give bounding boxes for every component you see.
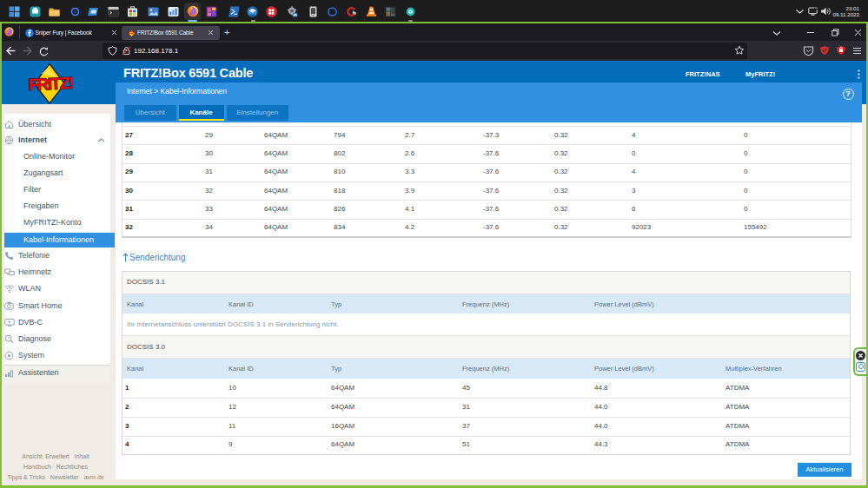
svg-text:FR!: FR! <box>129 31 136 36</box>
svg-text:FRITZ!: FRITZ! <box>28 74 73 94</box>
